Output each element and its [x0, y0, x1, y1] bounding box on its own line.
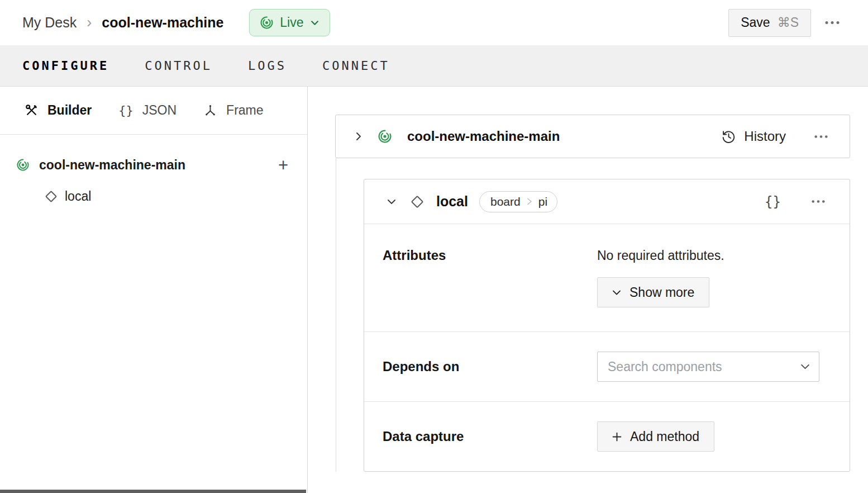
- tree-item-local[interactable]: local: [0, 181, 307, 212]
- component-card-local: local board pi {}: [364, 179, 850, 472]
- ellipsis-icon: [811, 200, 826, 203]
- component-model: pi: [538, 195, 547, 208]
- machine-card-actions: History: [721, 128, 834, 145]
- component-diamond-icon: [45, 190, 57, 202]
- pill-chevron-right-icon: [527, 197, 532, 206]
- breadcrumb-machine-name: cool-new-machine: [102, 15, 223, 31]
- top-actions: Save ⌘S: [728, 9, 846, 37]
- component-card-title: local: [436, 193, 468, 210]
- view-json-label: JSON: [142, 103, 177, 118]
- component-card-connector: local board pi {}: [336, 158, 850, 472]
- depends-on-label: Depends on: [383, 359, 597, 375]
- view-frame-button[interactable]: Frame: [203, 103, 263, 118]
- section-depends-on: Depends on: [364, 331, 850, 401]
- ellipsis-icon: [824, 21, 840, 25]
- tab-logs[interactable]: LOGS: [248, 59, 287, 73]
- tab-configure[interactable]: CONFIGURE: [22, 59, 109, 73]
- select-chevron-down-icon: [800, 363, 810, 370]
- sidebar-view-switcher: Builder {} JSON Frame: [0, 87, 307, 135]
- save-button[interactable]: Save ⌘S: [728, 9, 811, 37]
- machine-part-tree: cool-new-machine-main + local: [0, 135, 307, 212]
- component-overflow-menu-button[interactable]: [805, 193, 831, 210]
- section-data-capture: Data capture Add method: [364, 401, 850, 471]
- machine-radar-icon: [17, 159, 29, 171]
- component-type-model-badge: board pi: [479, 191, 557, 212]
- section-attributes: Attributes No required attributes. Show …: [364, 224, 850, 331]
- save-shortcut: ⌘S: [778, 15, 799, 30]
- history-clock-icon: [721, 129, 736, 144]
- json-braces-icon: {}: [118, 103, 133, 117]
- breadcrumb: My Desk › cool-new-machine: [22, 15, 223, 31]
- attributes-content: No required attributes. Show more: [597, 248, 724, 307]
- machine-overflow-menu-button[interactable]: [819, 14, 846, 31]
- configure-main-panel: cool-new-machine-main History: [308, 87, 868, 493]
- machine-live-status-button[interactable]: Live: [249, 9, 330, 36]
- history-label: History: [744, 129, 786, 144]
- tree-component-name: local: [65, 189, 91, 204]
- component-card-actions: {}: [764, 192, 831, 212]
- depends-on-select[interactable]: [597, 352, 819, 382]
- add-component-button[interactable]: +: [276, 157, 290, 174]
- component-diamond-icon: [411, 195, 424, 208]
- component-type: board: [490, 195, 521, 208]
- machine-card-overflow-menu-button[interactable]: [808, 128, 834, 145]
- component-card-header: local board pi {}: [364, 179, 850, 224]
- live-chevron-down-icon: [311, 20, 319, 26]
- component-card-collapse-chevron-down-icon[interactable]: [383, 193, 400, 210]
- machine-card-title: cool-new-machine-main: [407, 129, 560, 144]
- component-json-button[interactable]: {}: [764, 192, 782, 212]
- tree-machine-name: cool-new-machine-main: [39, 158, 185, 173]
- view-builder-label: Builder: [47, 103, 92, 118]
- configure-sidebar: Builder {} JSON Frame: [0, 87, 308, 493]
- view-builder-button[interactable]: Builder: [25, 103, 92, 118]
- tab-control[interactable]: CONTROL: [145, 59, 212, 73]
- history-button[interactable]: History: [721, 129, 786, 144]
- machine-main-card: cool-new-machine-main History: [335, 115, 850, 158]
- plus-icon: [612, 432, 622, 442]
- attributes-empty-text: No required attributes.: [597, 248, 724, 263]
- content-area: Builder {} JSON Frame: [0, 87, 868, 493]
- attributes-label: Attributes: [383, 248, 597, 263]
- live-label: Live: [280, 15, 303, 30]
- save-label: Save: [741, 15, 770, 30]
- live-radar-icon: [260, 16, 273, 29]
- ellipsis-icon: [814, 135, 828, 139]
- show-more-chevron-down-icon: [612, 290, 621, 296]
- add-method-label: Add method: [630, 429, 699, 444]
- view-json-button[interactable]: {} JSON: [118, 103, 177, 118]
- show-more-button[interactable]: Show more: [597, 277, 709, 307]
- top-bar: My Desk › cool-new-machine Live Save ⌘S: [0, 0, 868, 45]
- add-method-button[interactable]: Add method: [597, 421, 714, 452]
- builder-tools-icon: [25, 103, 39, 117]
- view-frame-label: Frame: [226, 103, 263, 118]
- breadcrumb-separator-icon: ›: [87, 15, 92, 30]
- tree-item-machine-main[interactable]: cool-new-machine-main +: [0, 149, 307, 181]
- depends-on-search-input[interactable]: [608, 359, 800, 375]
- data-capture-label: Data capture: [383, 429, 597, 444]
- breadcrumb-my-desk-link[interactable]: My Desk: [22, 15, 77, 31]
- frame-axes-icon: [203, 103, 217, 117]
- machine-card-expand-chevron-right-icon[interactable]: [351, 126, 366, 146]
- show-more-label: Show more: [629, 285, 694, 300]
- sidebar-horizontal-scrollbar[interactable]: [0, 490, 306, 493]
- main-tab-bar: CONFIGURE CONTROL LOGS CONNECT: [0, 45, 868, 87]
- tab-connect[interactable]: CONNECT: [322, 59, 390, 73]
- machine-card-radar-icon: [378, 130, 392, 143]
- app-root: My Desk › cool-new-machine Live Save ⌘S: [0, 0, 868, 493]
